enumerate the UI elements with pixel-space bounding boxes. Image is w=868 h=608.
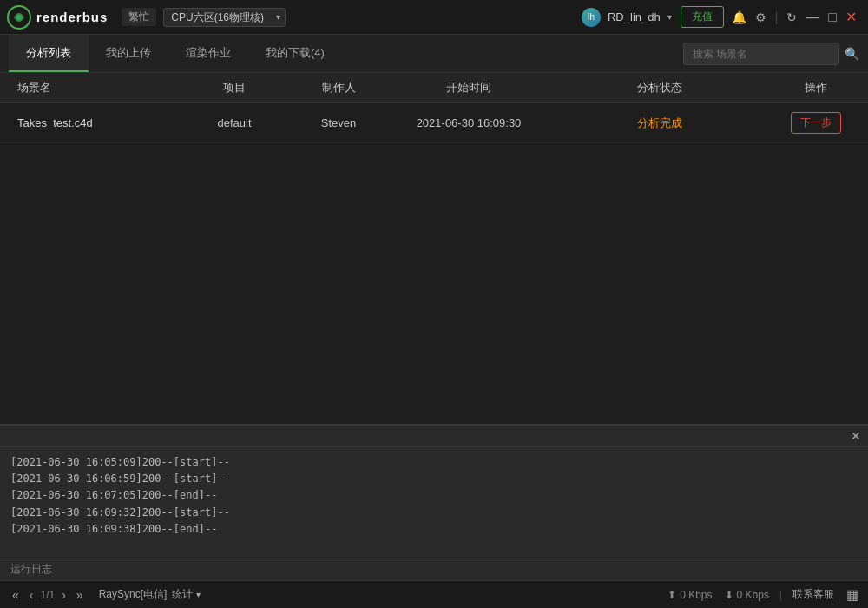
page-first-button[interactable]: « [9, 586, 23, 604]
stats-area[interactable]: 统计 ▾ [172, 587, 201, 602]
page-prev-button[interactable]: ‹ [26, 586, 37, 604]
main-content: 场景名 项目 制作人 开始时间 分析状态 操作 Takes_test.c4d d… [0, 73, 868, 424]
cell-creator: Steven [286, 116, 391, 129]
col-header-action: 操作 [773, 80, 859, 96]
maximize-button[interactable]: □ [824, 9, 841, 26]
log-close-button[interactable]: ✕ [851, 429, 861, 443]
log-entry: [2021-06-30 16:05:09]200--[start]-- [10, 454, 858, 471]
user-chevron-icon: ▾ [667, 12, 672, 22]
download-icon: ⬇ [725, 589, 733, 601]
sync-label: RaySync[电信] [99, 587, 168, 602]
tab-my-uploads[interactable]: 我的上传 [89, 35, 168, 72]
close-button[interactable]: ✕ [841, 9, 861, 26]
download-speed-value: 0 Kbps [737, 589, 769, 601]
tab-render-jobs[interactable]: 渲染作业 [168, 35, 248, 72]
log-entry: [2021-06-30 16:09:32]200--[start]-- [10, 505, 858, 521]
user-area: Ih RD_lin_dh ▾ [582, 8, 672, 27]
log-content: [2021-06-30 16:05:09]200--[start]-- [202… [0, 447, 868, 558]
divider-icon: | [771, 7, 783, 28]
logo-area: renderbus [7, 5, 108, 30]
table-row: Takes_test.c4d default Steven 2021-06-30… [0, 103, 868, 143]
stats-label: 统计 [172, 587, 193, 602]
upload-speed: ⬆ 0 Kbps [667, 589, 712, 601]
download-speed: ⬇ 0 Kbps [725, 589, 769, 601]
statusbar: « ‹ 1/1 › » RaySync[电信] 统计 ▾ ⬆ 0 Kbps ⬇ … [0, 580, 868, 608]
contact-support-button[interactable]: 联系客服 [792, 587, 834, 602]
log-entry: [2021-06-30 16:06:59]200--[start]-- [10, 471, 858, 487]
tab-analysis-list[interactable]: 分析列表 [9, 35, 89, 72]
qr-code-icon[interactable]: ▦ [846, 586, 859, 603]
cpu-selector-wrapper[interactable]: CPU六区(16物理核) ▾ [163, 8, 286, 27]
divider: | [779, 589, 782, 601]
col-header-scene: 场景名 [9, 80, 182, 96]
col-header-start-time: 开始时间 [391, 80, 547, 96]
gear-icon[interactable]: ⚙ [751, 7, 771, 28]
col-header-status: 分析状态 [547, 80, 773, 96]
username: RD_lin_dh [608, 10, 661, 23]
logo-icon [7, 5, 31, 30]
cell-action: 下一步 [773, 112, 859, 134]
cell-status: 分析完成 [547, 116, 773, 131]
col-header-project: 项目 [182, 80, 286, 96]
refresh-icon[interactable]: ↻ [782, 7, 801, 28]
search-area: 🔍 [683, 35, 859, 72]
page-navigation: « ‹ 1/1 › » [9, 586, 87, 604]
col-header-creator: 制作人 [286, 80, 391, 96]
log-label: 运行日志 [0, 558, 868, 580]
cell-start-time: 2021-06-30 16:09:30 [391, 116, 547, 129]
upload-speed-value: 0 Kbps [680, 589, 712, 601]
upload-icon: ⬆ [667, 589, 676, 601]
search-icon[interactable]: 🔍 [845, 47, 859, 61]
cell-scene: Takes_test.c4d [9, 116, 182, 129]
logo-text: renderbus [36, 10, 108, 24]
svg-point-1 [16, 15, 22, 20]
page-info: 1/1 [40, 589, 55, 601]
cell-project: default [182, 116, 286, 129]
bell-icon[interactable]: 🔔 [727, 7, 751, 28]
charge-button[interactable]: 充值 [681, 6, 724, 28]
page-next-button[interactable]: › [58, 586, 69, 604]
tabs-bar: 分析列表 我的上传 渲染作业 我的下载(4) 🔍 [0, 35, 868, 73]
log-entry: [2021-06-30 16:09:38]200--[end]-- [10, 521, 858, 538]
avatar: Ih [582, 8, 601, 27]
search-input[interactable] [683, 43, 839, 65]
stats-chevron-icon: ▾ [196, 590, 201, 599]
page-last-button[interactable]: » [73, 586, 87, 604]
log-panel: ✕ [2021-06-30 16:05:09]200--[start]-- [2… [0, 424, 868, 580]
next-step-button[interactable]: 下一步 [791, 112, 841, 134]
titlebar: renderbus 繁忙 CPU六区(16物理核) ▾ Ih RD_lin_dh… [0, 0, 868, 35]
log-entry: [2021-06-30 16:07:05]200--[end]-- [10, 487, 858, 504]
log-header: ✕ [0, 426, 868, 447]
status-badge: 繁忙 [122, 8, 156, 26]
tab-my-downloads[interactable]: 我的下载(4) [248, 35, 342, 72]
minimize-button[interactable]: — [801, 9, 824, 26]
table-header: 场景名 项目 制作人 开始时间 分析状态 操作 [0, 73, 868, 103]
cpu-selector[interactable]: CPU六区(16物理核) [163, 8, 286, 27]
table-body: Takes_test.c4d default Steven 2021-06-30… [0, 103, 868, 424]
